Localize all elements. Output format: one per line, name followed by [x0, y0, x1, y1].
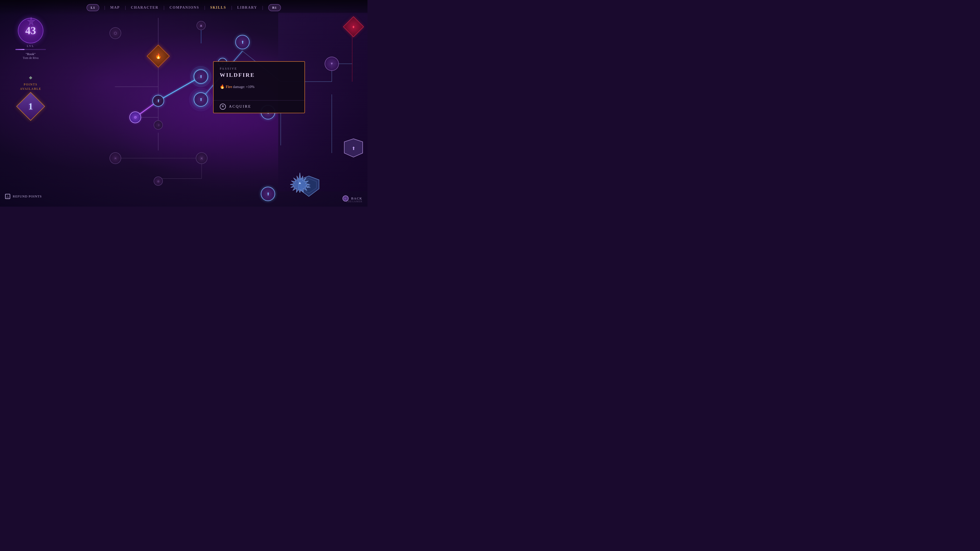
nav-companions[interactable]: COMPANIONS — [169, 6, 199, 10]
xp-fill — [15, 49, 24, 50]
skill-node-arrow-top-right[interactable]: ⬆ — [235, 35, 250, 49]
nav-sep-4: | — [204, 5, 205, 10]
node-circle-center: ⬆ — [194, 92, 208, 106]
nav-sep-5: | — [231, 5, 232, 10]
skill-popup-actions: ✕ ACQUIRE — [213, 100, 304, 113]
nav-map[interactable]: MAP — [110, 6, 120, 10]
level-decoration — [16, 16, 46, 46]
node-lower-right: ⬆ — [261, 187, 275, 201]
node-icon-hex-left: ⬡ — [114, 31, 117, 35]
node-circle-selected: ⬆ — [194, 69, 208, 84]
node-mid-left: ⬆ — [152, 95, 164, 106]
node-circle-arrow-tr: ⬆ — [235, 35, 250, 49]
damage-text: damage: +10% — [233, 85, 255, 89]
node-diamond: 🔥 — [148, 46, 169, 66]
node-icon-red: ♦ — [352, 24, 355, 30]
left-panel: 43 LVL "Rook" Tom de Riva POINTS AVAILAB… — [5, 18, 56, 119]
node-lower-mid: ⚔ — [196, 152, 207, 164]
node-icon-shield: ☽ — [157, 124, 159, 127]
node-gear: ⚙ — [129, 111, 141, 123]
nav-skills[interactable]: SKILLS — [210, 6, 226, 10]
skill-node-selected[interactable]: ⬆ — [194, 69, 208, 84]
node-circle-top: ▲ — [197, 21, 206, 30]
nav-library[interactable]: LIBRARY — [237, 6, 257, 10]
skill-node-hex-left[interactable]: ⬡ — [110, 27, 121, 39]
svg-text:▲: ▲ — [298, 181, 302, 185]
skill-node-far-right-top[interactable]: ♦ — [344, 17, 363, 36]
top-navigation: L1 | MAP | CHARACTER | COMPANIONS | SKIL… — [0, 0, 368, 15]
node-lower-center: ◎ — [154, 176, 163, 186]
points-section: POINTS AVAILABLE 1 — [5, 75, 56, 119]
node-icon-center: ⬆ — [199, 97, 203, 102]
nav-sep-1: | — [104, 5, 105, 10]
node-diamond-red: ♦ — [344, 17, 363, 36]
node-shield: ☽ — [154, 121, 163, 130]
node-icon-gear: ⚙ — [134, 115, 137, 120]
node-hex-ur: ▼ — [325, 57, 339, 71]
skill-node-starburst[interactable]: ▲ — [290, 172, 310, 192]
skill-node-mid-left[interactable]: ⬆ — [152, 95, 164, 106]
nav-sep-6: | — [262, 5, 263, 10]
svg-rect-24 — [29, 76, 32, 79]
skill-node-lower-mid[interactable]: ⚔ — [196, 152, 207, 164]
points-label: POINTS AVAILABLE — [20, 83, 41, 91]
node-icon-lower-mid: ⚔ — [200, 156, 204, 160]
node-hex-small: ⬡ — [110, 27, 121, 39]
points-number: 1 — [28, 101, 33, 112]
node-icon-lower-center: ◎ — [157, 180, 159, 183]
character-info: 43 LVL "Rook" Tom de Riva — [5, 18, 56, 60]
thegamer-logo: THEGAMER — [346, 200, 363, 203]
skill-node-gear[interactable]: ⚙ — [129, 111, 141, 123]
node-lower-left: ⚔ — [110, 152, 121, 164]
skill-node-top[interactable]: ▲ — [197, 21, 206, 30]
skill-popup: PASSIVE WILDFIRE 🔥 Fire damage: +10% ✕ A… — [213, 61, 305, 113]
fire-icon: 🔥 — [155, 53, 162, 59]
skill-node-right-edge[interactable]: ⬆ — [343, 138, 364, 158]
skill-popup-content: PASSIVE WILDFIRE 🔥 Fire damage: +10% — [213, 62, 304, 100]
svg-text:⬆: ⬆ — [352, 146, 355, 151]
right-edge-container: ⬆ — [343, 138, 364, 158]
skill-node-lower-right[interactable]: ⬆ — [261, 187, 275, 201]
node-icon-top: ▲ — [199, 24, 203, 27]
skill-node-hex-ur[interactable]: ▼ — [325, 57, 339, 71]
watermark: THEGAMER — [346, 200, 363, 203]
char-title: "Rook" — [26, 52, 36, 56]
level-circle: 43 — [18, 18, 43, 43]
skill-node-fire-diamond[interactable]: 🔥 — [148, 46, 169, 66]
skill-node-shield[interactable]: ☽ — [154, 121, 163, 130]
node-icon-lower-right: ⬆ — [266, 192, 270, 197]
fire-emoji-icon: 🔥 — [220, 84, 225, 89]
node-icon-hex-ur: ▼ — [330, 62, 334, 66]
xp-bar — [15, 49, 46, 50]
skill-node-lower-left[interactable]: ⚔ — [110, 152, 121, 164]
skill-node-lower-center[interactable]: ◎ — [154, 176, 163, 186]
node-icon-lower-left: ⚔ — [114, 156, 117, 160]
r1-button[interactable]: R1 — [268, 4, 281, 11]
nav-sep-3: | — [164, 5, 164, 10]
nav-sep-2: | — [125, 5, 126, 10]
points-diamond: 1 — [18, 94, 43, 119]
skill-popup-name: WILDFIRE — [220, 72, 298, 78]
acquire-x-button[interactable]: ✕ — [220, 103, 226, 110]
right-edge-svg: ⬆ — [343, 138, 364, 158]
skill-popup-description: 🔥 Fire damage: +10% — [220, 83, 298, 90]
skill-popup-type: PASSIVE — [220, 67, 298, 71]
diamond-icon-deco — [28, 75, 33, 80]
node-icon-mid-left: ⬆ — [157, 98, 160, 103]
nav-character[interactable]: CHARACTER — [131, 6, 159, 10]
fire-text: Fire — [226, 85, 232, 89]
acquire-label[interactable]: ACQUIRE — [229, 104, 251, 109]
node-icon-selected: ⬆ — [199, 74, 203, 79]
l1-button[interactable]: L1 — [86, 4, 99, 11]
starburst-container: ▲ — [290, 172, 310, 192]
char-name: Tom de Riva — [23, 56, 38, 60]
svg-marker-23 — [27, 17, 35, 25]
skill-node-center-active[interactable]: ⬆ — [194, 92, 208, 106]
node-icon-arrow-tr: ⬆ — [241, 40, 244, 44]
starburst-svg: ▲ — [290, 172, 310, 192]
